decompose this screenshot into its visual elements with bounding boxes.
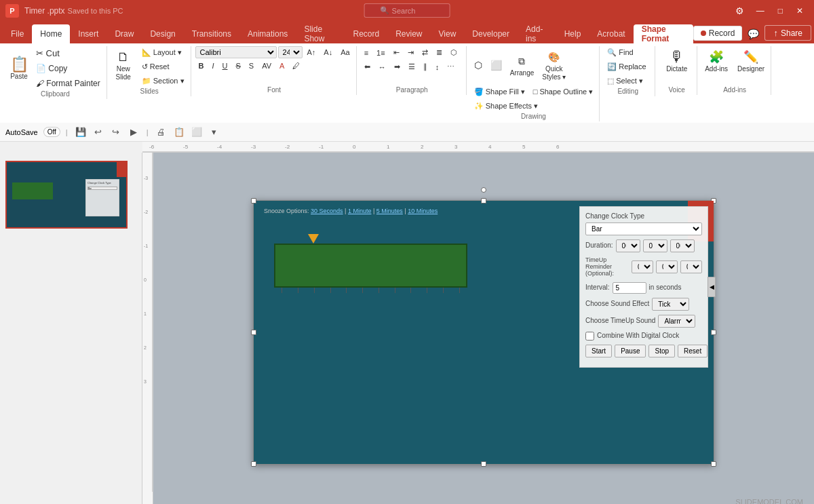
quick-styles-button[interactable]: 🎨 QuickStyles ▾ [539,46,569,84]
replace-button[interactable]: 🔄 Replace [604,60,652,73]
layout-button[interactable]: 📐 Layout ▾ [138,46,188,59]
indent-decrease-btn[interactable]: ⇤ [390,46,403,59]
align-left-btn[interactable]: ⬅ [361,60,374,73]
panel-collapse-btn[interactable]: ◀ [708,277,716,297]
strikethrough-button[interactable]: S [232,60,244,72]
tab-design[interactable]: Design [142,24,183,43]
start-button[interactable]: Start [585,345,612,357]
record-button[interactable]: Record [693,26,743,41]
timeup-s[interactable]: 00 [680,260,702,273]
increase-font-btn[interactable]: A↑ [304,46,319,58]
clear-format-btn[interactable]: Aa [337,46,353,58]
tab-acrobat[interactable]: Acrobat [589,24,633,43]
align-center-btn[interactable]: ↔ [375,61,389,73]
justify-btn[interactable]: ☰ [405,60,419,73]
duration-s[interactable]: 00 [670,239,695,252]
col-count-btn[interactable]: ∥ [420,60,431,73]
maximize-btn[interactable]: □ [773,5,788,17]
more-paragraph-btn[interactable]: ⋯ [444,60,458,73]
tab-addins[interactable]: Add-ins [518,24,556,43]
presentation-btn[interactable]: ▶ [126,125,141,140]
tab-slideshow[interactable]: Slide Show [296,24,345,43]
font-size-select[interactable]: 24 [278,46,303,58]
tab-help[interactable]: Help [556,24,589,43]
snooze-1m[interactable]: 1 Minute [348,208,372,214]
select-button[interactable]: ⬚ Select ▾ [604,75,652,88]
shape-outline-btn[interactable]: □ Shape Outline ▾ [530,85,596,98]
timeup-h[interactable]: 00 [632,260,653,273]
char-spacing-btn[interactable]: AV [258,60,275,72]
shape-effects-btn[interactable]: ✨ Shape Effects ▾ [471,100,541,113]
reset-button[interactable]: Reset [678,345,708,357]
smartart-btn[interactable]: ⬡ [447,46,461,59]
snooze-10m[interactable]: 10 Minutes [408,208,438,214]
undo-btn[interactable]: ↩ [91,125,106,140]
bold-button[interactable]: B [195,60,208,72]
tab-developer[interactable]: Developer [464,24,518,43]
shape-fill-btn[interactable]: 🪣 Shape Fill ▾ [471,85,528,98]
save-btn[interactable]: 💾 [73,125,88,140]
tab-shape-format[interactable]: Shape Format [634,24,693,43]
format-painter-button[interactable]: 🖌 Format Painter [33,77,104,90]
designer-button[interactable]: ✏️ Designer [734,46,768,76]
handle-br[interactable] [711,461,716,467]
decrease-font-btn[interactable]: A↓ [320,46,336,58]
slide-thumbnail[interactable]: Change Clock Type Bar [5,161,128,229]
handle-tc[interactable] [481,198,486,203]
shape-select-btn[interactable]: ⬡ [471,58,486,73]
tab-draw[interactable]: Draw [106,24,142,43]
handle-rotate[interactable] [481,187,486,193]
copy2-btn[interactable]: 📋 [172,125,187,140]
combine-checkbox[interactable] [585,332,594,341]
italic-button[interactable]: I [208,60,217,72]
indent-increase-btn[interactable]: ⇥ [404,46,417,59]
text-direction-btn[interactable]: ⇄ [419,46,431,59]
pause-button[interactable]: Pause [615,345,646,357]
tab-home[interactable]: Home [32,24,70,43]
settings-icon[interactable]: ⚙ [731,4,748,18]
new-slide-button[interactable]: 🗋 NewSlide [111,46,136,88]
minimize-btn[interactable]: — [751,5,770,17]
tab-view[interactable]: View [431,24,465,43]
align-right-btn[interactable]: ➡ [391,60,404,73]
stop-button[interactable]: Stop [648,345,675,357]
tab-file[interactable]: File [3,24,32,43]
handle-bc[interactable] [481,461,486,467]
copy-button[interactable]: 📄 Copy [33,62,104,75]
sound-select[interactable]: Tick [652,298,689,311]
tab-transitions[interactable]: Transitions [184,24,239,43]
addins-button[interactable]: 🧩 Add-ins [701,46,731,76]
shadow-button[interactable]: S [246,60,257,72]
tab-record[interactable]: Record [345,24,387,43]
handle-bl[interactable] [251,461,256,467]
snooze-30s[interactable]: 30 Seconds [311,208,343,214]
paste-button[interactable]: 📋 Paste [7,54,31,83]
highlight-btn[interactable]: 🖊 [289,60,303,72]
cut-button[interactable]: ✂ Cut [33,46,104,60]
font-color-btn[interactable]: A [276,60,288,72]
line-spacing-btn[interactable]: ↕ [432,61,443,73]
underline-button[interactable]: U [219,60,231,72]
comment-icon[interactable]: 💬 [748,28,759,39]
handle-ml[interactable] [251,330,256,335]
redo-btn[interactable]: ↪ [109,125,123,140]
dictate-button[interactable]: 🎙 Dictate [659,46,694,76]
font-name-select[interactable]: Calibri [195,46,277,58]
shapes-btn[interactable]: ⬜ [189,125,204,140]
arrange-button[interactable]: ⧉ Arrange [507,50,538,80]
timeup-sound-select[interactable]: Alarm [658,315,695,328]
handle-tl[interactable] [251,198,256,203]
autosave-toggle[interactable]: Off [43,127,60,137]
duration-m[interactable]: 01 [643,239,667,252]
close-btn[interactable]: ✕ [791,5,809,17]
slide-canvas[interactable]: Snooze Options: 30 Seconds | 1 Minute | … [253,200,714,465]
bullets-btn[interactable]: ≡ [361,47,372,59]
share-button[interactable]: ↑ Share [764,25,811,41]
snooze-5m[interactable]: 5 Minutes [376,208,403,214]
search-bar[interactable]: 🔍 Search [364,3,450,18]
clock-type-select[interactable]: Bar [585,222,702,235]
align-text-btn[interactable]: ≣ [433,46,446,59]
tab-review[interactable]: Review [387,24,430,43]
reset-button[interactable]: ↺ Reset [138,60,188,73]
tab-animations[interactable]: Animations [239,24,296,43]
